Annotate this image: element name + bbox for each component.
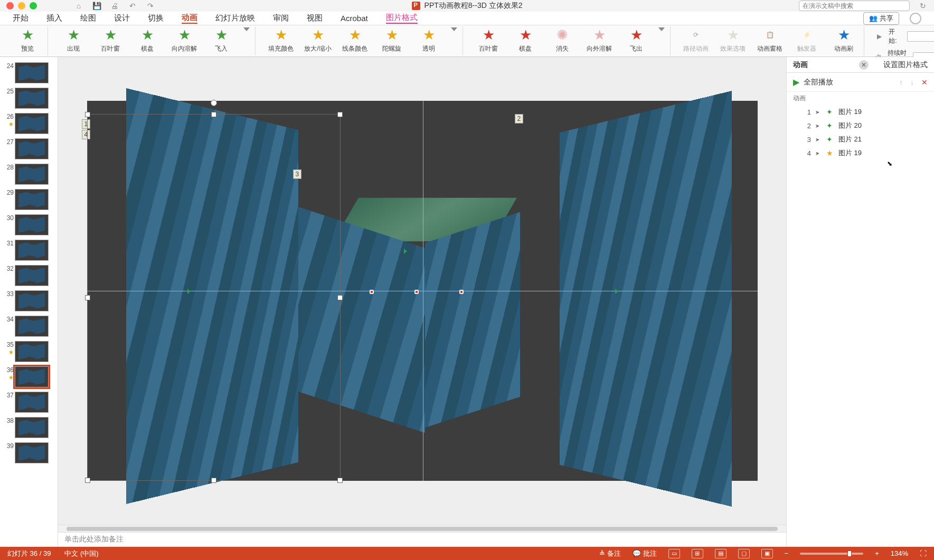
close-window-button[interactable] [6,2,14,10]
cube-right-face[interactable] [425,212,520,428]
slide-thumb-29[interactable]: 29 [0,187,58,212]
effect-dissolve-out[interactable]: ★向外溶解 [584,27,614,53]
search-input[interactable] [799,1,910,11]
rotate-handle[interactable] [211,100,217,106]
motion-path-end-1[interactable] [370,290,374,294]
delete-anim-icon[interactable]: ✕ [921,78,928,87]
image-right[interactable] [560,91,732,507]
play-all-icon[interactable]: ▶ [793,77,799,87]
tab-slideshow[interactable]: 幻灯片放映 [215,13,255,23]
slide-thumb-34[interactable]: 34 [0,314,58,339]
zoom-percent[interactable]: 134% [891,549,908,557]
slide-thumb-32[interactable]: 32 [0,263,58,288]
anim-list-item[interactable]: 4➤★图片 19 [787,146,934,160]
anim-list-item[interactable]: 3➤✦图片 21 [787,132,934,146]
redo-icon[interactable]: ↷ [146,1,155,11]
zoom-out-button[interactable]: − [785,549,789,557]
motion-path-button[interactable]: ⟳路径动画 [681,27,711,53]
view-reading-button[interactable]: ▤ [715,549,727,558]
animation-painter-button[interactable]: ★动画刷 [829,27,858,53]
thumb-preview[interactable] [15,189,49,210]
effect-disappear[interactable]: ✺消失 [548,27,577,53]
animation-pane-button[interactable]: 📋动画窗格 [755,27,785,53]
motion-path-end-3[interactable] [459,290,464,294]
task-tab-animation[interactable]: 动画 [793,60,808,70]
resize-handle-tr[interactable] [337,112,343,117]
entrance-more-dropdown[interactable] [243,27,250,31]
move-down-icon[interactable]: ↓ [910,78,914,87]
slide-thumbnails-panel[interactable]: 242526★272829303132333435★36★373839 [0,57,58,547]
task-tab-format[interactable]: 设置图片格式 [883,60,928,70]
slide-thumb-27[interactable]: 27 [0,136,58,162]
slide-thumb-31[interactable]: 31 [0,238,58,263]
thumb-preview[interactable] [15,265,49,286]
thumb-preview[interactable] [15,214,49,235]
tab-draw[interactable]: 绘图 [80,13,96,23]
resize-handle-bm[interactable] [211,478,216,483]
thumb-preview[interactable] [15,88,49,109]
print-icon[interactable]: 🖨 [110,1,119,11]
effect-fly-out[interactable]: ★飞出 [621,27,651,53]
thumb-preview[interactable] [15,366,49,387]
tab-start[interactable]: 开始 [13,13,29,23]
thumb-preview[interactable] [15,290,49,311]
anim-label-2[interactable]: 2 [515,114,524,124]
zoom-slider[interactable] [800,553,863,555]
minimize-window-button[interactable] [18,2,25,10]
anim-list-item[interactable]: 2➤✦图片 20 [787,119,934,132]
notes-pane[interactable]: 单击此处添加备注 [58,532,786,547]
thumb-preview[interactable] [15,138,49,159]
view-presenter-button[interactable]: ▣ [761,549,773,558]
effect-checker-exit[interactable]: ★棋盘 [511,27,540,53]
tab-view[interactable]: 视图 [307,13,323,23]
undo-icon[interactable]: ↶ [128,1,137,11]
exit-more-dropdown[interactable] [658,27,665,31]
thumb-preview[interactable] [15,240,49,261]
emphasis-more-dropdown[interactable] [451,27,457,31]
save-icon[interactable]: 💾 [92,1,101,11]
language-indicator[interactable]: 中文 (中国) [64,549,98,558]
motion-path-end-2[interactable] [414,290,419,294]
resize-handle-tm[interactable] [211,112,216,117]
resize-handle-ml[interactable] [85,295,90,300]
motion-path-start[interactable] [187,289,191,294]
play-all-label[interactable]: 全部播放 [804,78,833,87]
start-dropdown[interactable] [907,31,934,42]
animation-list[interactable]: 1➤✦图片 192➤✦图片 203➤✦图片 214➤★图片 19⬊ [787,105,934,547]
share-button[interactable]: 👥 共享 [863,12,899,25]
effect-blinds-exit[interactable]: ★百叶窗 [474,27,503,53]
slide-thumb-25[interactable]: 25 [0,86,58,111]
tab-review[interactable]: 审阅 [273,13,289,23]
slide-thumb-26[interactable]: 26★ [0,111,58,136]
resize-handle-br[interactable] [337,478,343,483]
slide-thumb-35[interactable]: 35★ [0,339,58,364]
fit-to-window-button[interactable]: ⛶ [920,549,927,557]
slide-thumb-30[interactable]: 30 [0,212,58,238]
slide-thumb-37[interactable]: 37 [0,390,58,415]
tab-transitions[interactable]: 切换 [148,13,164,23]
tab-animations[interactable]: 动画 [182,13,197,24]
thumb-preview[interactable] [15,113,49,134]
resize-handle-mr[interactable] [337,295,343,300]
resize-handle-bl[interactable] [85,478,90,483]
preview-button[interactable]: ★ 预览 [13,27,42,53]
thumb-preview[interactable] [15,62,49,83]
effect-checker[interactable]: ★棋盘 [133,27,162,53]
tab-insert[interactable]: 插入 [46,13,62,23]
slide-thumb-28[interactable]: 28 [0,162,58,187]
history-icon[interactable]: ↻ [918,1,928,11]
motion-path-start-3[interactable] [615,289,618,294]
thumb-preview[interactable] [15,417,49,438]
view-normal-button[interactable]: ▭ [668,549,680,558]
close-anim-pane-button[interactable]: ✕ [859,60,869,70]
effect-blinds[interactable]: ★百叶窗 [96,27,125,53]
tab-design[interactable]: 设计 [114,13,130,23]
slide-thumb-33[interactable]: 33 [0,288,58,314]
slide-canvas[interactable]: 1 4 3 2 [58,57,786,525]
thumb-preview[interactable] [15,341,49,362]
tab-picture-format[interactable]: 图片格式 [386,13,418,24]
notes-toggle[interactable]: ≜ 备注 [599,549,621,558]
slide-thumb-39[interactable]: 39 [0,440,58,466]
effect-grow-shrink[interactable]: ★放大/缩小 [303,27,333,53]
thumb-preview[interactable] [15,316,49,337]
